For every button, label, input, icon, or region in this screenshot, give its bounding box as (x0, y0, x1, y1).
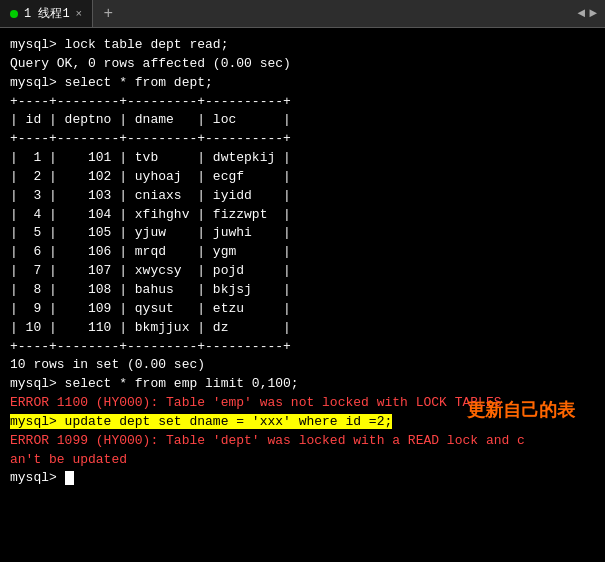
terminal-line: | 6 | 106 | mrqd | ygm | (10, 243, 595, 262)
tab-bar: 1 线程1 × + ◄ ► (0, 0, 605, 28)
terminal-line: Query OK, 0 rows affected (0.00 sec) (10, 55, 595, 74)
tab-label: 1 线程1 (24, 5, 70, 22)
nav-right-icon[interactable]: ► (589, 6, 597, 21)
terminal-line: mysql> lock table dept read; (10, 36, 595, 55)
nav-left-icon[interactable]: ◄ (577, 6, 585, 21)
tab-close-icon[interactable]: × (76, 8, 83, 20)
terminal-line: | 8 | 108 | bahus | bkjsj | (10, 281, 595, 300)
terminal-line: mysql> select * from dept; (10, 74, 595, 93)
annotation-text: 更新自己的表 (467, 398, 575, 422)
terminal-line: | 9 | 109 | qysut | etzu | (10, 300, 595, 319)
terminal-line: | 3 | 103 | cniaxs | iyidd | (10, 187, 595, 206)
terminal-line: 10 rows in set (0.00 sec) (10, 356, 595, 375)
tab-item[interactable]: 1 线程1 × (0, 0, 93, 27)
terminal-line: ERROR 1099 (HY000): Table 'dept' was loc… (10, 432, 595, 451)
terminal-line: an't be updated (10, 451, 595, 470)
terminal-line: +----+--------+---------+----------+ (10, 93, 595, 112)
terminal-line: +----+--------+---------+----------+ (10, 338, 595, 357)
terminal-line: | 7 | 107 | xwycsy | pojd | (10, 262, 595, 281)
terminal: mysql> lock table dept read;Query OK, 0 … (0, 28, 605, 562)
terminal-line: | 4 | 104 | xfihghv | fizzwpt | (10, 206, 595, 225)
terminal-line: mysql> (10, 469, 595, 488)
terminal-line: | 1 | 101 | tvb | dwtepkij | (10, 149, 595, 168)
tab-add-button[interactable]: + (97, 3, 119, 25)
terminal-line: mysql> select * from emp limit 0,100; (10, 375, 595, 394)
terminal-line: | 5 | 105 | yjuw | juwhi | (10, 224, 595, 243)
terminal-line: | 10 | 110 | bkmjjux | dz | (10, 319, 595, 338)
terminal-line: | id | deptno | dname | loc | (10, 111, 595, 130)
terminal-line: | 2 | 102 | uyhoaj | ecgf | (10, 168, 595, 187)
nav-arrows: ◄ ► (577, 6, 605, 21)
tab-dot (10, 10, 18, 18)
terminal-line: +----+--------+---------+----------+ (10, 130, 595, 149)
